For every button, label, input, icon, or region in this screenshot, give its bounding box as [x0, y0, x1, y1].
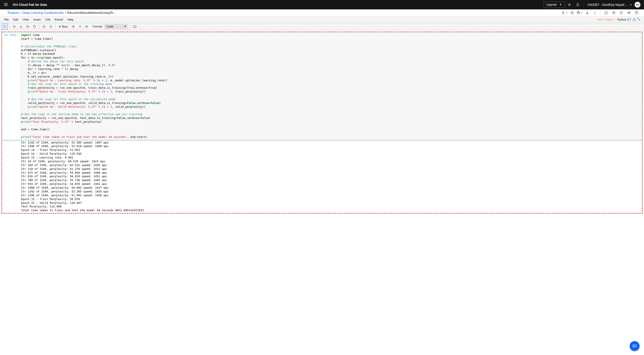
save-icon[interactable]: [2, 24, 8, 30]
restart-run-all-icon[interactable]: [84, 24, 90, 30]
help-icon[interactable]: [633, 9, 640, 16]
toolbar: Run Format Code: [0, 23, 644, 30]
svg-point-1: [571, 12, 572, 13]
add-cell-icon[interactable]: [12, 24, 17, 30]
svg-point-0: [572, 12, 573, 12]
paste-icon[interactable]: [32, 24, 37, 30]
menu-cell[interactable]: Cell: [43, 17, 52, 22]
breadcrumb: Projects / Deep Learning Fundamentals / …: [8, 11, 116, 14]
not-trusted-label[interactable]: Not Trusted: [598, 18, 613, 21]
cell-prompt: In [53]:: [2, 32, 20, 140]
menu-icon[interactable]: [4, 2, 8, 8]
menu-help[interactable]: Help: [65, 17, 76, 22]
svg-rect-25: [133, 26, 136, 28]
svg-point-6: [594, 14, 595, 14]
highlighted-region: In [53]: import time start = time.time()…: [1, 32, 643, 214]
svg-point-5: [594, 12, 595, 13]
svg-point-2: [572, 13, 573, 14]
notebook-area: In [53]: import time start = time.time()…: [0, 30, 644, 216]
upgrade-button[interactable]: Upgrade: [544, 2, 565, 8]
info-icon[interactable]: [602, 9, 610, 16]
menu-edit[interactable]: Edit: [11, 17, 20, 22]
menu-file[interactable]: File: [2, 17, 11, 22]
svg-rect-3: [577, 12, 580, 14]
overflow-menu-icon[interactable]: [591, 9, 598, 16]
svg-point-8: [628, 12, 628, 13]
chevron-down-icon: [630, 3, 632, 6]
move-down-icon[interactable]: [48, 24, 54, 30]
cut-icon[interactable]: [18, 24, 24, 30]
code-editor[interactable]: import time start = time.time() # Instan…: [20, 32, 642, 140]
interrupt-icon[interactable]: [70, 24, 76, 30]
kernel-name[interactable]: Python 3.7: [617, 18, 631, 21]
copy-icon[interactable]: [25, 24, 31, 30]
brand-label: IBM Cloud Pak for Data: [12, 3, 47, 6]
app-header: IBM Cloud Pak for Data Upgrade 1943357 -…: [0, 0, 644, 10]
svg-point-13: [4, 26, 5, 27]
svg-point-15: [20, 27, 21, 28]
kernel-status-icon: [633, 18, 636, 21]
crumb-current: RecurrentNeuralNetworkUsingTe...: [67, 11, 116, 14]
notifications-icon[interactable]: [574, 0, 582, 9]
menubar: File Edit View Insert Cell Kernel Help N…: [0, 16, 644, 23]
menu-view[interactable]: View: [20, 17, 31, 22]
cell-type-select[interactable]: Code: [104, 24, 128, 29]
avatar[interactable]: SN: [634, 2, 640, 8]
keyboard-icon[interactable]: [132, 24, 138, 30]
fullscreen-icon[interactable]: [637, 18, 640, 22]
format-label: Format: [90, 25, 103, 28]
svg-rect-19: [34, 26, 35, 28]
download-icon[interactable]: [584, 9, 591, 16]
svg-point-9: [629, 13, 630, 14]
share-icon[interactable]: [568, 9, 576, 16]
svg-point-4: [594, 12, 595, 12]
user-menu[interactable]: 1943357 - Sandhya Nayak'...: [585, 3, 634, 6]
menu-insert[interactable]: Insert: [31, 17, 43, 22]
svg-rect-18: [27, 26, 29, 28]
restart-icon[interactable]: [77, 24, 83, 30]
svg-point-16: [21, 27, 22, 28]
breadcrumb-bar: Projects / Deep Learning Fundamentals / …: [0, 10, 644, 16]
upload-icon[interactable]: [560, 9, 568, 16]
settings-panel-icon[interactable]: [625, 9, 633, 16]
svg-rect-24: [73, 26, 74, 27]
code-cell[interactable]: In [53]: import time start = time.time()…: [2, 32, 642, 140]
chat-icon[interactable]: [618, 9, 625, 16]
cell-output: Itr 1242 of 1549, perplexity: 53.385 spe…: [20, 140, 642, 213]
menu-kernel[interactable]: Kernel: [52, 17, 65, 22]
data-services-icon[interactable]: [565, 0, 574, 9]
output-cell: Itr 1242 of 1549, perplexity: 53.385 spe…: [2, 140, 642, 213]
svg-point-10: [630, 12, 630, 12]
user-label: 1943357 - Sandhya Nayak'...: [587, 3, 628, 6]
run-button[interactable]: Run: [58, 24, 70, 29]
crumb-projects[interactable]: Projects: [8, 11, 19, 14]
jobs-icon[interactable]: [576, 9, 584, 16]
crumb-project[interactable]: Deep Learning Fundamentals: [22, 11, 64, 14]
history-icon[interactable]: [610, 9, 618, 16]
move-up-icon[interactable]: [41, 24, 47, 30]
